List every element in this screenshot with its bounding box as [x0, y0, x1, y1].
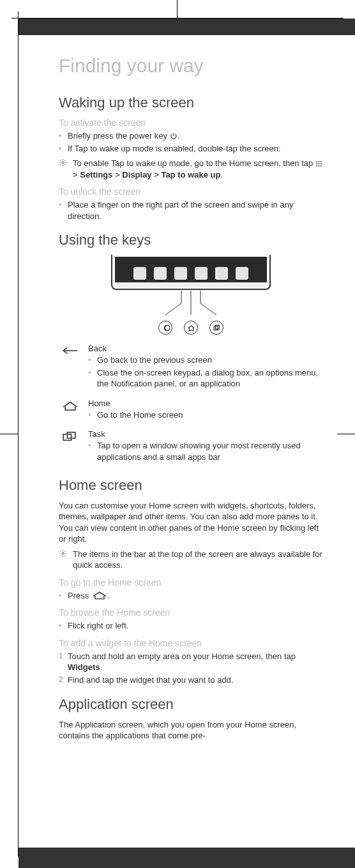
back-key-icon: [158, 321, 172, 335]
crop-mark: [337, 434, 355, 434]
svg-point-5: [318, 164, 319, 165]
power-icon: [170, 132, 178, 140]
svg-rect-10: [214, 326, 218, 330]
text: To enable Tap to wake up mode, go to the…: [73, 158, 315, 168]
list-item: Find and tap the widget that you want to…: [59, 674, 323, 686]
home-key-icon: [59, 399, 82, 425]
bold-text: Tap to wake up: [161, 170, 220, 179]
text: >: [113, 170, 123, 179]
text: Briefly press the power key: [68, 131, 170, 141]
tip-text: The items in the bar at the top of the s…: [73, 549, 323, 571]
list-item: Go to the Home screen: [88, 409, 323, 421]
list-item: Touch and hold an empty area on your Hom…: [59, 651, 323, 673]
svg-point-1: [316, 161, 317, 162]
key-label: Home: [88, 399, 323, 408]
svg-point-3: [321, 161, 322, 162]
goto-home-list: Press .: [59, 590, 323, 602]
svg-point-9: [321, 165, 322, 167]
leader-lines: [121, 287, 261, 319]
key-label: Task: [88, 429, 323, 439]
key-desc-home: Home Go to the Home screen: [59, 399, 323, 425]
svg-point-2: [318, 161, 319, 162]
text: Press: [68, 591, 91, 600]
text: >: [73, 170, 80, 179]
tip-block: The items in the bar at the top of the s…: [59, 549, 323, 571]
home-key-icon: [184, 321, 198, 335]
manual-page: Finding your way Waking up the screen To…: [0, 0, 355, 868]
svg-rect-11: [215, 325, 219, 329]
key-body: Task Tap to open a window showing your m…: [88, 429, 323, 466]
home-intro: You can customise your Home screen with …: [59, 500, 323, 545]
list-item: If Tap to wake up mode is enabled, doubl…: [59, 143, 323, 155]
tip-block: To enable Tap to wake up mode, go to the…: [59, 158, 323, 180]
section-heading-waking: Waking up the screen: [59, 95, 323, 111]
header-bar: [19, 19, 355, 35]
key-body: Back Go back to the previous screen Clos…: [88, 344, 323, 393]
list-item: Place a finger on the right part of the …: [59, 199, 323, 222]
list-item: Go back to the previous screen: [88, 354, 323, 366]
list-item: Flick right or left.: [59, 620, 323, 632]
list-item: Tap to open a window showing your most r…: [88, 440, 323, 462]
task-key-icon: [59, 429, 82, 466]
subheading-unlock: To unlock the screen: [59, 187, 323, 197]
subheading-add-widget: To add a widget to the Home screen: [59, 638, 323, 648]
bold-text: Settings: [80, 170, 112, 179]
app-intro: The Application screen, which you open f…: [59, 719, 323, 742]
list-item: Briefly press the power key .: [59, 130, 323, 142]
back-key-bullets: Go back to the previous screen Close the…: [88, 354, 323, 390]
tip-icon: [59, 158, 68, 180]
text: .: [100, 662, 102, 672]
back-key-icon: [59, 344, 82, 393]
text: .: [220, 170, 223, 179]
section-heading-keys: Using the keys: [59, 232, 323, 248]
crop-mark: [177, 0, 178, 18]
tip-text: To enable Tap to wake up mode, go to the…: [73, 158, 323, 180]
page-title: Finding your way: [59, 55, 323, 77]
app-tile: [236, 267, 248, 280]
app-tile: [154, 267, 167, 280]
app-tile: [133, 267, 146, 280]
activate-list: Briefly press the power key . If Tap to …: [59, 130, 323, 154]
bold-text: Widgets: [68, 662, 100, 672]
device-screen: [115, 257, 267, 282]
svg-point-6: [321, 164, 322, 165]
text: .: [108, 591, 110, 600]
svg-point-8: [318, 165, 319, 167]
svg-point-0: [62, 162, 64, 164]
browse-home-list: Flick right or left.: [59, 620, 323, 632]
svg-point-14: [62, 552, 64, 554]
app-tile: [174, 267, 187, 280]
device-bezel: [115, 282, 267, 287]
svg-point-7: [316, 165, 317, 167]
svg-point-4: [316, 164, 317, 165]
crop-mark: [18, 11, 19, 857]
section-heading-home: Home screen: [59, 477, 323, 494]
key-desc-task: Task Tap to open a window showing your m…: [59, 429, 323, 466]
list-item: Close the on-screen keypad, a dialog box…: [88, 367, 323, 390]
app-tile: [195, 267, 208, 280]
text: >: [152, 170, 162, 179]
crop-mark: [0, 434, 18, 434]
menu-dots-icon: [315, 160, 322, 167]
footer-bar: [19, 848, 355, 868]
task-key-bullets: Tap to open a window showing your most r…: [88, 440, 323, 462]
app-tile: [215, 267, 228, 280]
unlock-list: Place a finger on the right part of the …: [59, 199, 323, 222]
page-content: Finding your way Waking up the screen To…: [59, 43, 323, 842]
home-key-bullets: Go to the Home screen: [88, 409, 323, 421]
text: Touch and hold an empty area on your Hom…: [68, 651, 296, 661]
bold-text: Display: [122, 170, 151, 179]
subheading-activate: To activate the screen: [59, 118, 323, 128]
device-frame: [111, 255, 271, 290]
task-key-icon: [209, 321, 223, 335]
key-desc-back: Back Go back to the previous screen Clos…: [59, 344, 323, 393]
add-widget-steps: Touch and hold an empty area on your Hom…: [59, 651, 323, 686]
tip-icon: [59, 549, 68, 571]
subheading-goto-home: To go to the Home screen: [59, 577, 323, 588]
list-item: Press .: [59, 590, 323, 602]
device-illustration: [59, 255, 323, 335]
key-icons-row: [158, 321, 223, 335]
subheading-browse-home: To browse the Home screen: [59, 607, 323, 618]
key-label: Back: [88, 344, 323, 353]
section-heading-app: Application screen: [59, 696, 323, 713]
